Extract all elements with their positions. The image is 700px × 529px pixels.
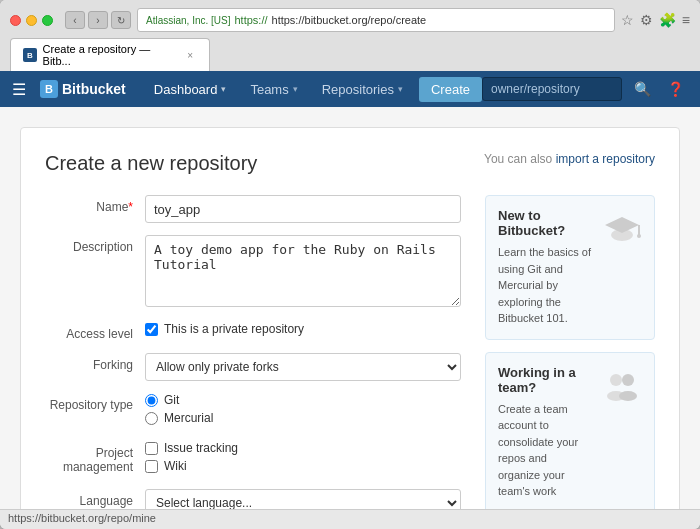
nav-repositories[interactable]: Repositories ▾ — [310, 71, 415, 107]
logo-text: Bitbucket — [62, 81, 126, 97]
new-to-bitbucket-card: New to Bitbucket? Learn the basics of us… — [485, 195, 655, 340]
team-icon — [602, 365, 642, 405]
sidebar: New to Bitbucket? Learn the basics of us… — [485, 195, 655, 509]
back-button[interactable]: ‹ — [65, 11, 85, 29]
wiki-checkbox[interactable] — [145, 460, 158, 473]
description-input[interactable]: A toy demo app for the Ruby on Rails Tut… — [145, 235, 461, 307]
nav-buttons: ‹ › ↻ — [65, 11, 131, 29]
status-url: https://bitbucket.org/repo/mine — [8, 512, 156, 524]
svg-point-7 — [619, 391, 637, 401]
https-label: https:// — [234, 14, 267, 26]
import-text: You can also — [484, 152, 552, 166]
private-checkbox-label[interactable]: This is a private repository — [164, 322, 304, 336]
mercurial-radio[interactable] — [145, 412, 158, 425]
private-checkbox-row: This is a private repository — [145, 322, 461, 336]
nav-right: owner/repository 🔍 ❓ 👤 — [482, 77, 700, 101]
description-control: A toy demo app for the Ruby on Rails Tut… — [145, 235, 461, 310]
git-label[interactable]: Git — [164, 393, 179, 407]
refresh-button[interactable]: ↻ — [111, 11, 131, 29]
project-mgmt-row: Projectmanagement Issue tracking Wiki — [45, 441, 461, 477]
tab-close-button[interactable]: × — [183, 48, 197, 62]
dashboard-label: Dashboard — [154, 82, 218, 97]
forking-row: Forking Allow only private forks Allow p… — [45, 353, 461, 381]
language-select[interactable]: Select language... — [145, 489, 461, 509]
working-in-team-card: Working in a team? Create a team account… — [485, 352, 655, 510]
name-label: Name* — [45, 195, 145, 214]
issue-tracking-checkbox[interactable] — [145, 442, 158, 455]
repo-type-label: Repository type — [45, 393, 145, 412]
mercurial-radio-row: Mercurial — [145, 411, 461, 425]
nav-dashboard[interactable]: Dashboard ▾ — [142, 71, 239, 107]
issue-tracking-row: Issue tracking — [145, 441, 461, 455]
main-content: Create a new repository You can also imp… — [0, 107, 700, 509]
user-avatar[interactable]: 👤 — [696, 79, 700, 99]
maximize-button[interactable] — [42, 15, 53, 26]
import-repository-link[interactable]: import a repository — [556, 152, 655, 166]
name-control — [145, 195, 461, 223]
wiki-label[interactable]: Wiki — [164, 459, 187, 473]
nav-logo[interactable]: B Bitbucket — [36, 80, 142, 98]
language-control: Select language... — [145, 489, 461, 509]
git-radio-row: Git — [145, 393, 461, 407]
card1-title: New to Bitbucket? — [498, 208, 592, 238]
card2-title: Working in a team? — [498, 365, 592, 395]
browser-titlebar: ‹ › ↻ Atlassian, Inc. [US] https:// http… — [0, 0, 700, 71]
issue-tracking-label[interactable]: Issue tracking — [164, 441, 238, 455]
app-nav: ☰ B Bitbucket Dashboard ▾ Teams ▾ Reposi… — [0, 71, 700, 107]
wiki-row: Wiki — [145, 459, 461, 473]
star-icon[interactable]: ☆ — [621, 12, 634, 28]
search-icon[interactable]: 🔍 — [630, 79, 655, 99]
traffic-lights — [10, 15, 53, 26]
status-bar: https://bitbucket.org/repo/mine — [0, 509, 700, 529]
page-header: Create a new repository You can also imp… — [45, 152, 655, 175]
active-tab[interactable]: B Create a repository — Bitb... × — [10, 38, 210, 71]
nav-search-box[interactable]: owner/repository — [482, 77, 622, 101]
nav-create-button[interactable]: Create — [419, 77, 482, 102]
menu-icon[interactable]: ≡ — [682, 12, 690, 28]
nav-teams[interactable]: Teams ▾ — [238, 71, 309, 107]
forking-label: Forking — [45, 353, 145, 372]
url-text: https://bitbucket.org/repo/create — [272, 14, 427, 26]
browser-window: ‹ › ↻ Atlassian, Inc. [US] https:// http… — [0, 0, 700, 529]
description-row: Description A toy demo app for the Ruby … — [45, 235, 461, 310]
svg-point-4 — [610, 374, 622, 386]
minimize-button[interactable] — [26, 15, 37, 26]
help-icon[interactable]: ❓ — [663, 79, 688, 99]
description-label: Description — [45, 235, 145, 254]
private-checkbox[interactable] — [145, 323, 158, 336]
forking-select[interactable]: Allow only private forks Allow public fo… — [145, 353, 461, 381]
search-placeholder: owner/repository — [491, 82, 580, 96]
access-level-row: Access level This is a private repositor… — [45, 322, 461, 341]
mercurial-label[interactable]: Mercurial — [164, 411, 213, 425]
dashboard-chevron: ▾ — [221, 84, 226, 94]
forking-control: Allow only private forks Allow public fo… — [145, 353, 461, 381]
repo-type-row: Repository type Git Mercurial — [45, 393, 461, 429]
teams-chevron: ▾ — [293, 84, 298, 94]
hamburger-icon[interactable]: ☰ — [12, 80, 36, 99]
close-button[interactable] — [10, 15, 21, 26]
card2-text: Working in a team? Create a team account… — [498, 365, 592, 500]
address-bar[interactable]: Atlassian, Inc. [US] https:// https://bi… — [137, 8, 615, 32]
repositories-chevron: ▾ — [398, 84, 403, 94]
language-label: Language — [45, 489, 145, 508]
settings-icon[interactable]: ⚙ — [640, 12, 653, 28]
access-level-label: Access level — [45, 322, 145, 341]
git-radio[interactable] — [145, 394, 158, 407]
org-label: Atlassian, Inc. [US] — [146, 15, 230, 26]
tab-bar: B Create a repository — Bitb... × — [10, 38, 690, 71]
page-card: Create a new repository You can also imp… — [20, 127, 680, 509]
name-input[interactable] — [145, 195, 461, 223]
card1-text: New to Bitbucket? Learn the basics of us… — [498, 208, 592, 327]
svg-point-5 — [622, 374, 634, 386]
forward-button[interactable]: › — [88, 11, 108, 29]
project-mgmt-control: Issue tracking Wiki — [145, 441, 461, 477]
svg-point-3 — [637, 234, 641, 238]
repo-type-control: Git Mercurial — [145, 393, 461, 429]
bitbucket-logo-icon: B — [40, 80, 58, 98]
extension-icon[interactable]: 🧩 — [659, 12, 676, 28]
graduation-cap-icon — [602, 208, 642, 248]
repositories-label: Repositories — [322, 82, 394, 97]
card1-body: Learn the basics of using Git and Mercur… — [498, 244, 592, 327]
project-mgmt-label: Projectmanagement — [45, 441, 145, 474]
import-link-area: You can also import a repository — [484, 152, 655, 166]
